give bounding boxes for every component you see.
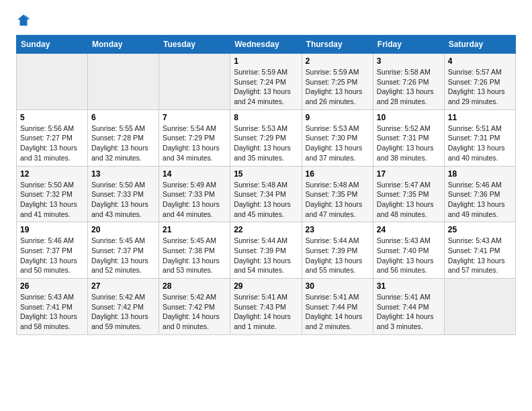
day-of-week-header: Thursday [302, 36, 373, 54]
day-of-week-header: Monday [88, 36, 159, 54]
day-number: 31 [377, 281, 441, 291]
day-info: Sunrise: 5:43 AM Sunset: 7:40 PM Dayligh… [377, 236, 434, 274]
calendar-cell [444, 279, 515, 335]
header [16, 13, 516, 28]
day-number: 2 [306, 56, 369, 66]
day-of-week-header: Sunday [17, 36, 88, 54]
calendar-cell: 25Sunrise: 5:43 AM Sunset: 7:41 PM Dayli… [444, 222, 515, 279]
day-info: Sunrise: 5:50 AM Sunset: 7:32 PM Dayligh… [20, 181, 77, 218]
day-info: Sunrise: 5:54 AM Sunset: 7:29 PM Dayligh… [163, 124, 220, 162]
day-of-week-header: Tuesday [159, 36, 230, 54]
calendar-cell: 18Sunrise: 5:46 AM Sunset: 7:36 PM Dayli… [444, 166, 515, 222]
calendar-cell: 1Sunrise: 5:59 AM Sunset: 7:24 PM Daylig… [230, 54, 302, 110]
day-number: 13 [91, 169, 155, 179]
day-number: 10 [377, 113, 441, 122]
day-info: Sunrise: 5:47 AM Sunset: 7:35 PM Dayligh… [377, 181, 434, 218]
calendar-cell: 7Sunrise: 5:54 AM Sunset: 7:29 PM Daylig… [159, 109, 230, 166]
day-number: 22 [234, 225, 298, 234]
day-number: 15 [234, 169, 298, 179]
day-number: 24 [377, 225, 441, 234]
day-number: 14 [163, 169, 226, 179]
day-number: 27 [91, 281, 155, 291]
calendar-cell: 12Sunrise: 5:50 AM Sunset: 7:32 PM Dayli… [17, 166, 88, 222]
day-number: 19 [20, 225, 84, 234]
day-of-week-header: Wednesday [230, 36, 302, 54]
calendar-cell: 24Sunrise: 5:43 AM Sunset: 7:40 PM Dayli… [373, 222, 444, 279]
calendar-cell: 26Sunrise: 5:43 AM Sunset: 7:41 PM Dayli… [17, 279, 88, 335]
day-of-week-header: Saturday [444, 36, 515, 54]
calendar-week-row: 19Sunrise: 5:46 AM Sunset: 7:37 PM Dayli… [17, 222, 516, 279]
day-info: Sunrise: 5:55 AM Sunset: 7:28 PM Dayligh… [91, 124, 148, 162]
day-of-week-header: Friday [373, 36, 444, 54]
day-info: Sunrise: 5:44 AM Sunset: 7:39 PM Dayligh… [306, 236, 363, 274]
day-info: Sunrise: 5:41 AM Sunset: 7:44 PM Dayligh… [377, 293, 434, 330]
day-info: Sunrise: 5:41 AM Sunset: 7:43 PM Dayligh… [234, 293, 291, 330]
calendar-cell: 6Sunrise: 5:55 AM Sunset: 7:28 PM Daylig… [88, 109, 159, 166]
calendar-cell: 16Sunrise: 5:48 AM Sunset: 7:35 PM Dayli… [302, 166, 373, 222]
day-number: 8 [234, 113, 298, 122]
day-number: 30 [306, 281, 369, 291]
calendar-week-row: 5Sunrise: 5:56 AM Sunset: 7:27 PM Daylig… [17, 109, 516, 166]
day-of-week-row: SundayMondayTuesdayWednesdayThursdayFrid… [17, 36, 516, 54]
calendar-cell: 29Sunrise: 5:41 AM Sunset: 7:43 PM Dayli… [230, 279, 302, 335]
calendar-cell: 31Sunrise: 5:41 AM Sunset: 7:44 PM Dayli… [373, 279, 444, 335]
day-info: Sunrise: 5:48 AM Sunset: 7:34 PM Dayligh… [234, 181, 291, 218]
day-number: 21 [163, 225, 226, 234]
calendar-cell [17, 54, 88, 110]
day-number: 25 [448, 225, 512, 234]
calendar-cell: 17Sunrise: 5:47 AM Sunset: 7:35 PM Dayli… [373, 166, 444, 222]
day-number: 23 [306, 225, 369, 234]
calendar-table: SundayMondayTuesdayWednesdayThursdayFrid… [16, 35, 516, 335]
calendar-body: 1Sunrise: 5:59 AM Sunset: 7:24 PM Daylig… [17, 54, 516, 335]
day-info: Sunrise: 5:43 AM Sunset: 7:41 PM Dayligh… [448, 236, 505, 274]
calendar-cell: 10Sunrise: 5:52 AM Sunset: 7:31 PM Dayli… [373, 109, 444, 166]
calendar-cell: 13Sunrise: 5:50 AM Sunset: 7:33 PM Dayli… [88, 166, 159, 222]
calendar-cell: 23Sunrise: 5:44 AM Sunset: 7:39 PM Dayli… [302, 222, 373, 279]
day-info: Sunrise: 5:46 AM Sunset: 7:37 PM Dayligh… [20, 236, 77, 274]
calendar-week-row: 26Sunrise: 5:43 AM Sunset: 7:41 PM Dayli… [17, 279, 516, 335]
calendar-cell: 21Sunrise: 5:45 AM Sunset: 7:38 PM Dayli… [159, 222, 230, 279]
day-number: 26 [20, 281, 84, 291]
calendar-cell: 14Sunrise: 5:49 AM Sunset: 7:33 PM Dayli… [159, 166, 230, 222]
calendar-cell: 5Sunrise: 5:56 AM Sunset: 7:27 PM Daylig… [17, 109, 88, 166]
day-info: Sunrise: 5:53 AM Sunset: 7:30 PM Dayligh… [306, 124, 363, 162]
svg-marker-0 [17, 15, 30, 26]
day-info: Sunrise: 5:44 AM Sunset: 7:39 PM Dayligh… [234, 236, 291, 274]
day-info: Sunrise: 5:49 AM Sunset: 7:33 PM Dayligh… [163, 181, 220, 218]
day-number: 12 [20, 169, 84, 179]
day-info: Sunrise: 5:53 AM Sunset: 7:29 PM Dayligh… [234, 124, 291, 162]
day-info: Sunrise: 5:42 AM Sunset: 7:42 PM Dayligh… [91, 293, 148, 330]
calendar-cell [159, 54, 230, 110]
calendar-cell: 19Sunrise: 5:46 AM Sunset: 7:37 PM Dayli… [17, 222, 88, 279]
day-info: Sunrise: 5:56 AM Sunset: 7:27 PM Dayligh… [20, 124, 77, 162]
day-number: 5 [20, 113, 84, 122]
calendar-cell: 2Sunrise: 5:59 AM Sunset: 7:25 PM Daylig… [302, 54, 373, 110]
day-number: 3 [377, 56, 441, 66]
day-number: 29 [234, 281, 298, 291]
calendar-cell: 20Sunrise: 5:45 AM Sunset: 7:37 PM Dayli… [88, 222, 159, 279]
day-info: Sunrise: 5:58 AM Sunset: 7:26 PM Dayligh… [377, 68, 434, 105]
calendar-cell: 11Sunrise: 5:51 AM Sunset: 7:31 PM Dayli… [444, 109, 515, 166]
day-info: Sunrise: 5:42 AM Sunset: 7:42 PM Dayligh… [163, 293, 220, 330]
calendar-cell: 22Sunrise: 5:44 AM Sunset: 7:39 PM Dayli… [230, 222, 302, 279]
calendar-cell: 15Sunrise: 5:48 AM Sunset: 7:34 PM Dayli… [230, 166, 302, 222]
day-info: Sunrise: 5:50 AM Sunset: 7:33 PM Dayligh… [91, 181, 148, 218]
day-number: 11 [448, 113, 512, 122]
calendar-cell: 28Sunrise: 5:42 AM Sunset: 7:42 PM Dayli… [159, 279, 230, 335]
calendar-cell: 4Sunrise: 5:57 AM Sunset: 7:26 PM Daylig… [444, 54, 515, 110]
day-number: 17 [377, 169, 441, 179]
logo [16, 13, 34, 28]
day-number: 9 [306, 113, 369, 122]
day-number: 16 [306, 169, 369, 179]
calendar-cell: 27Sunrise: 5:42 AM Sunset: 7:42 PM Dayli… [88, 279, 159, 335]
day-info: Sunrise: 5:41 AM Sunset: 7:44 PM Dayligh… [306, 293, 363, 330]
day-info: Sunrise: 5:57 AM Sunset: 7:26 PM Dayligh… [448, 68, 505, 105]
day-info: Sunrise: 5:45 AM Sunset: 7:38 PM Dayligh… [163, 236, 220, 274]
day-number: 4 [448, 56, 512, 66]
calendar-cell: 3Sunrise: 5:58 AM Sunset: 7:26 PM Daylig… [373, 54, 444, 110]
day-number: 6 [91, 113, 155, 122]
logo-icon [16, 13, 31, 28]
day-number: 28 [163, 281, 226, 291]
day-info: Sunrise: 5:48 AM Sunset: 7:35 PM Dayligh… [306, 181, 363, 218]
day-info: Sunrise: 5:59 AM Sunset: 7:24 PM Dayligh… [234, 68, 291, 105]
